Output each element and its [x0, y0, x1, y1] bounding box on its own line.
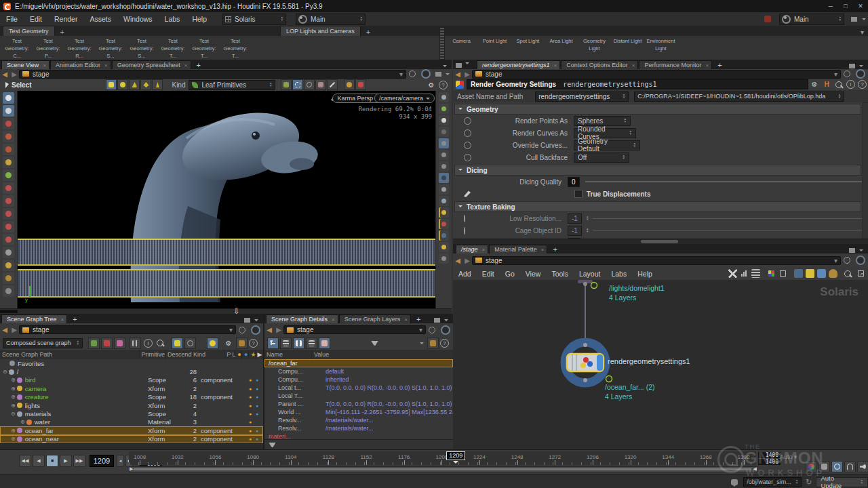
- param-node-icon[interactable]: [464, 154, 471, 161]
- update-mode-dropdown[interactable]: Auto Update▲▼: [816, 477, 868, 487]
- viewport-tool-icon[interactable]: [3, 221, 14, 232]
- link-icon[interactable]: [184, 338, 196, 349]
- visibility-toggle-icon[interactable]: ●: [254, 436, 260, 441]
- display-toggle-icon[interactable]: [439, 207, 449, 218]
- details-row[interactable]: Compu... inherited: [264, 375, 453, 384]
- pane-tab[interactable]: Scene View×: [1, 60, 50, 69]
- jump-icon[interactable]: ↗: [856, 269, 865, 278]
- node-name-field[interactable]: Render Geometry Settings rendergeometrys…: [467, 79, 808, 89]
- search-icon[interactable]: [835, 81, 842, 88]
- forward-arrow-icon[interactable]: ▶: [462, 257, 472, 264]
- visibility-toggle-icon[interactable]: ●: [254, 428, 260, 433]
- radial-menu-icon[interactable]: [856, 256, 865, 265]
- close-tab-icon[interactable]: ×: [61, 317, 64, 323]
- layout-icon[interactable]: [851, 17, 857, 22]
- activation-toggle-icon[interactable]: ●: [247, 428, 254, 433]
- pane-menu-arrow[interactable]: [465, 62, 469, 66]
- menu-item[interactable]: Add: [453, 267, 477, 281]
- menu-item[interactable]: Tools: [546, 267, 574, 281]
- kind-dropdown[interactable]: Leaf Primitives ▲▼: [189, 80, 275, 90]
- forward-arrow-icon[interactable]: ▶: [9, 70, 19, 78]
- viewport-tool-icon[interactable]: [3, 144, 14, 155]
- playback-range-bar[interactable]: ▶◀: [129, 466, 757, 472]
- info-icon[interactable]: i: [846, 80, 855, 89]
- activation-toggle-icon[interactable]: ●: [247, 420, 254, 424]
- list-view-icon[interactable]: [280, 338, 292, 349]
- pane-icon[interactable]: [456, 63, 462, 68]
- shelf-tool[interactable]: Test Geometry: P...: [33, 37, 64, 60]
- step-back-button[interactable]: ◂: [117, 455, 124, 467]
- viewport-tool-icon[interactable]: [3, 208, 14, 220]
- viewport-tool-icon[interactable]: [3, 105, 14, 117]
- treasure-icon[interactable]: [236, 338, 248, 349]
- menu-item[interactable]: Windows: [117, 12, 159, 26]
- activation-toggle-icon[interactable]: ●: [247, 403, 254, 408]
- shelf-tool[interactable]: Geometry Light: [578, 37, 611, 60]
- shelf-tool[interactable]: Area Light: [545, 37, 578, 60]
- dopnet-icon[interactable]: [844, 461, 856, 472]
- display-toggle-icon[interactable]: [439, 127, 449, 137]
- tree-row[interactable]: ⊕ camera Xform 2 ● ● · ▶: [0, 384, 263, 392]
- network-canvas[interactable]: Solaris rendergeometrysettings1 /lights/…: [453, 280, 868, 449]
- display-toggle-icon[interactable]: [439, 92, 449, 102]
- column-primitive[interactable]: Primitive: [140, 350, 166, 359]
- menu-item[interactable]: File: [0, 12, 24, 26]
- display-toggle-icon[interactable]: [439, 150, 449, 160]
- column-descend[interactable]: Descend: [165, 350, 191, 359]
- close-tab-icon[interactable]: ×: [184, 62, 188, 68]
- render-filter-icon[interactable]: [101, 338, 113, 349]
- playback-end-field[interactable]: 1400: [758, 459, 781, 465]
- main-context-selector[interactable]: Main ▲▼: [296, 14, 366, 25]
- pane-tab[interactable]: rendergeometrysettings1×: [477, 60, 560, 69]
- pause-icon[interactable]: [293, 338, 304, 349]
- box-select-icon[interactable]: [292, 79, 303, 90]
- shelf-tool[interactable]: Test Geometry: S...: [126, 37, 157, 60]
- pane-tab[interactable]: Scene Graph Layers×: [339, 314, 411, 323]
- column-select[interactable]: ▶: [256, 350, 263, 359]
- radial-menu-icon[interactable]: [441, 325, 450, 335]
- visibility-toggle-icon[interactable]: ●: [254, 411, 260, 416]
- pin-icon[interactable]: [844, 70, 850, 77]
- select-points-icon[interactable]: [117, 79, 128, 90]
- column-value[interactable]: Value: [312, 350, 453, 359]
- viewport-tool-icon[interactable]: [3, 260, 14, 271]
- close-button[interactable]: ✕: [853, 0, 868, 12]
- menu-item[interactable]: Render: [48, 12, 83, 26]
- add-pane-tab-button[interactable]: +: [412, 315, 425, 323]
- find-icon[interactable]: [844, 270, 851, 277]
- pane-tab[interactable]: Context Options Editor×: [561, 60, 638, 69]
- tree-row[interactable]: ⊕ bird Scope 6 component ● ● · ▶: [0, 376, 263, 384]
- activation-toggle-icon[interactable]: ●: [247, 378, 254, 382]
- trs-values-icon[interactable]: [319, 338, 330, 349]
- houdini-engine-icon[interactable]: H: [822, 81, 831, 88]
- light-linker-icon[interactable]: [207, 338, 218, 349]
- tree-row[interactable]: ⊖ materials Scope 4 ● ● · ▶: [0, 409, 263, 418]
- menu-item[interactable]: Edit: [24, 12, 48, 26]
- pin-icon[interactable]: [429, 327, 435, 333]
- close-tab-icon[interactable]: ×: [541, 247, 545, 253]
- pane-tab[interactable]: Scene Graph Tree×: [1, 314, 67, 323]
- lasso-select-icon[interactable]: [304, 79, 315, 90]
- play-button[interactable]: ▶: [60, 455, 72, 467]
- add-shelf-tab-button[interactable]: +: [361, 28, 376, 36]
- close-tab-icon[interactable]: ×: [332, 317, 335, 323]
- pane-tab[interactable]: Geometry Spreadsheet×: [112, 60, 191, 69]
- viewport-tool-icon[interactable]: [3, 247, 14, 258]
- radial-menu-icon[interactable]: [251, 325, 260, 335]
- forward-arrow-icon[interactable]: ▶: [462, 70, 472, 78]
- viewport[interactable]: Karma Persp /camera/camera Rendering 69.…: [0, 91, 452, 308]
- expander-icon[interactable]: ⊕: [20, 419, 25, 425]
- realtime-toggle-icon[interactable]: [831, 461, 843, 472]
- details-row[interactable]: Compu... default: [264, 367, 453, 375]
- expander-icon[interactable]: ⊕: [11, 436, 16, 442]
- back-arrow-icon[interactable]: ◀: [264, 326, 274, 333]
- back-arrow-icon[interactable]: ◀: [0, 70, 9, 78]
- menu-item[interactable]: Labs: [159, 12, 186, 26]
- stats-icon[interactable]: [740, 269, 749, 278]
- details-row[interactable]: Resolv... /materials/water...: [264, 424, 453, 432]
- column-kind[interactable]: Kind: [191, 350, 224, 359]
- param-field[interactable]: -1: [568, 214, 582, 224]
- playback-color-icon[interactable]: [806, 461, 817, 472]
- tree-row[interactable]: ⊖ / 28 ● ● · ▶: [0, 367, 263, 375]
- section-texture-baking[interactable]: Texture Baking: [454, 201, 861, 212]
